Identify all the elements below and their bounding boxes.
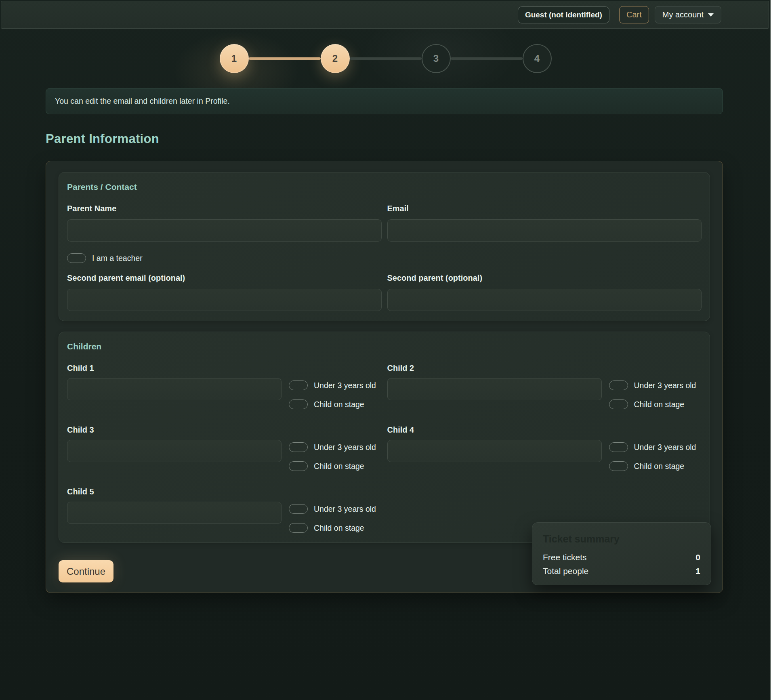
child-2-name-input[interactable] bbox=[387, 378, 602, 400]
child-5-label: Child 5 bbox=[67, 487, 382, 496]
child-4-name-input[interactable] bbox=[387, 440, 602, 462]
child-5-onstage-toggle[interactable] bbox=[289, 523, 308, 533]
child-4-block: Child 4 Under 3 years old Child on stage bbox=[387, 425, 702, 471]
child-3-onstage-row: Child on stage bbox=[289, 461, 376, 471]
second-parent-email-label: Second parent email (optional) bbox=[67, 273, 382, 283]
step-4[interactable]: 4 bbox=[523, 44, 552, 73]
child-2-under3-row: Under 3 years old bbox=[609, 380, 696, 390]
teacher-toggle-row: I am a teacher bbox=[67, 253, 702, 263]
free-tickets-value: 0 bbox=[695, 552, 700, 562]
child-4-under3-toggle[interactable] bbox=[609, 442, 628, 452]
children-section: Children Child 1 Under 3 years old Child… bbox=[59, 332, 710, 543]
child-1-block: Child 1 Under 3 years old Child on stage bbox=[67, 364, 382, 409]
child-5-under3-toggle[interactable] bbox=[289, 504, 308, 514]
step-connector-2-3 bbox=[350, 57, 422, 60]
ticket-summary-panel: Ticket summary Free tickets 0 Total peop… bbox=[532, 522, 711, 585]
child-3-label: Child 3 bbox=[67, 425, 382, 435]
child-2-under3-toggle[interactable] bbox=[609, 380, 628, 390]
child-3-block: Child 3 Under 3 years old Child on stage bbox=[67, 425, 382, 471]
onstage-toggle-label: Child on stage bbox=[634, 462, 685, 471]
second-parent-field: Second parent (optional) bbox=[387, 273, 702, 311]
cart-button[interactable]: Cart bbox=[619, 6, 649, 23]
step-2[interactable]: 2 bbox=[321, 44, 350, 73]
teacher-toggle[interactable] bbox=[67, 253, 86, 263]
step-3[interactable]: 3 bbox=[422, 44, 451, 73]
parent-name-field: Parent Name bbox=[67, 204, 382, 242]
ticket-summary-title: Ticket summary bbox=[543, 533, 700, 545]
continue-button[interactable]: Continue bbox=[59, 560, 113, 582]
child-1-name-input[interactable] bbox=[67, 378, 282, 400]
child-1-onstage-row: Child on stage bbox=[289, 399, 376, 409]
parent-name-input[interactable] bbox=[67, 219, 382, 242]
onstage-toggle-label: Child on stage bbox=[314, 462, 364, 471]
email-field: Email bbox=[387, 204, 702, 242]
my-account-label: My account bbox=[662, 10, 704, 19]
info-banner-text: You can edit the email and children late… bbox=[55, 97, 230, 105]
child-3-name-input[interactable] bbox=[67, 440, 282, 462]
child-3-under3-row: Under 3 years old bbox=[289, 442, 376, 452]
child-2-onstage-row: Child on stage bbox=[609, 399, 696, 409]
under3-toggle-label: Under 3 years old bbox=[314, 505, 376, 514]
child-5-name-input[interactable] bbox=[67, 502, 282, 524]
guest-badge: Guest (not identified) bbox=[518, 6, 609, 23]
child-5-under3-row: Under 3 years old bbox=[289, 504, 376, 514]
child-5-onstage-row: Child on stage bbox=[289, 523, 376, 533]
child-4-label: Child 4 bbox=[387, 425, 702, 435]
child-4-onstage-toggle[interactable] bbox=[609, 461, 628, 471]
parent-name-label: Parent Name bbox=[67, 204, 382, 213]
free-tickets-label: Free tickets bbox=[543, 552, 587, 562]
child-1-under3-row: Under 3 years old bbox=[289, 380, 376, 390]
under3-toggle-label: Under 3 years old bbox=[634, 443, 696, 452]
stepper: 1 2 3 4 bbox=[0, 44, 771, 73]
onstage-toggle-label: Child on stage bbox=[314, 523, 364, 533]
parents-contact-title: Parents / Contact bbox=[67, 182, 702, 192]
child-3-onstage-toggle[interactable] bbox=[289, 461, 308, 471]
child-4-onstage-row: Child on stage bbox=[609, 461, 696, 471]
step-connector-1-2 bbox=[249, 57, 321, 60]
total-people-value: 1 bbox=[695, 566, 700, 576]
top-bar: Guest (not identified) Cart My account bbox=[1, 1, 769, 29]
step-1[interactable]: 1 bbox=[220, 44, 249, 73]
second-parent-email-input[interactable] bbox=[67, 289, 382, 311]
under3-toggle-label: Under 3 years old bbox=[314, 381, 376, 390]
onstage-toggle-label: Child on stage bbox=[634, 400, 685, 409]
email-label: Email bbox=[387, 204, 702, 213]
second-parent-label: Second parent (optional) bbox=[387, 273, 702, 283]
email-input[interactable] bbox=[387, 219, 702, 242]
under3-toggle-label: Under 3 years old bbox=[314, 443, 376, 452]
child-2-block: Child 2 Under 3 years old Child on stage bbox=[387, 364, 702, 409]
teacher-toggle-label: I am a teacher bbox=[92, 254, 143, 263]
children-title: Children bbox=[67, 342, 702, 351]
child-1-onstage-toggle[interactable] bbox=[289, 399, 308, 409]
my-account-button[interactable]: My account bbox=[655, 6, 721, 23]
total-people-label: Total people bbox=[543, 566, 588, 576]
second-parent-email-field: Second parent email (optional) bbox=[67, 273, 382, 311]
free-tickets-row: Free tickets 0 bbox=[543, 552, 700, 562]
page-title: Parent Information bbox=[46, 132, 159, 146]
child-4-under3-row: Under 3 years old bbox=[609, 442, 696, 452]
onstage-toggle-label: Child on stage bbox=[314, 400, 364, 409]
child-2-onstage-toggle[interactable] bbox=[609, 399, 628, 409]
chevron-down-icon bbox=[708, 13, 714, 17]
under3-toggle-label: Under 3 years old bbox=[634, 381, 696, 390]
info-banner: You can edit the email and children late… bbox=[46, 88, 723, 114]
parents-contact-section: Parents / Contact Parent Name Email I am… bbox=[59, 172, 710, 321]
second-parent-input[interactable] bbox=[387, 289, 702, 311]
child-5-block: Child 5 Under 3 years old Child on stage bbox=[67, 487, 382, 533]
child-2-label: Child 2 bbox=[387, 364, 702, 373]
step-connector-3-4 bbox=[451, 57, 523, 60]
total-people-row: Total people 1 bbox=[543, 566, 700, 576]
child-1-label: Child 1 bbox=[67, 364, 382, 373]
child-1-under3-toggle[interactable] bbox=[289, 380, 308, 390]
child-3-under3-toggle[interactable] bbox=[289, 442, 308, 452]
